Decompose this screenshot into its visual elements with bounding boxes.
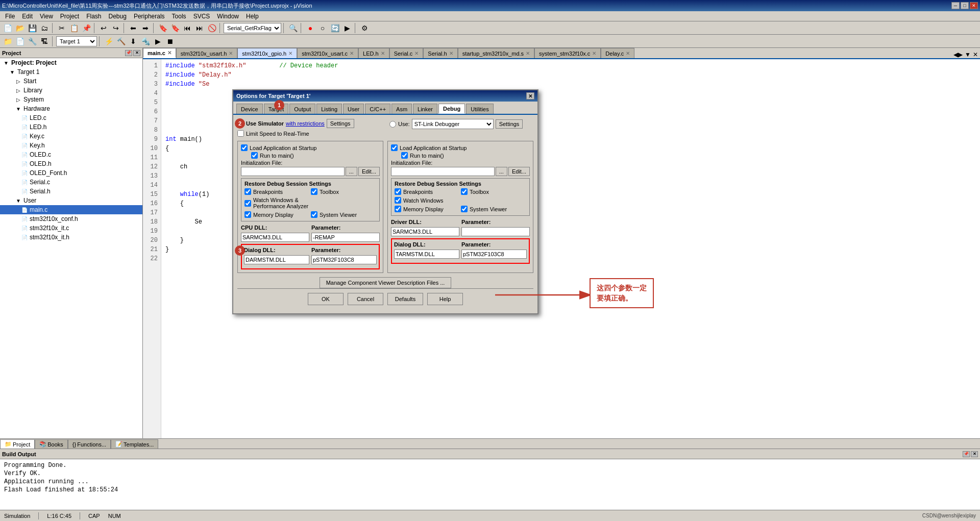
right-browse-button[interactable]: ... [496,167,507,176]
debugger-settings-button[interactable]: Settings [496,119,523,129]
tab-usart-c[interactable]: stm32f10x_usart.c ✕ [297,48,358,58]
bottom-tab-templates[interactable]: 📝 Templates... [111,439,158,449]
tb2-stop-btn[interactable]: ⏹ [164,36,176,47]
tab-list-btn[interactable]: ▼ [965,51,971,58]
dialog-tab-output[interactable]: Output [289,104,315,114]
tree-serial-h[interactable]: 📄 Serial.h [0,187,142,196]
right-memory-checkbox[interactable] [395,206,401,212]
project-close-btn[interactable]: ✕ [133,50,140,56]
bookmark-btn[interactable]: 🔖 [157,22,168,34]
right-breakpoints-checkbox[interactable] [395,188,401,195]
right-init-file-input[interactable] [391,167,495,176]
settings-icon-btn[interactable]: ⚙ [359,22,370,34]
tree-oledfont-h[interactable]: 📄 OLED_Font.h [0,168,142,178]
right-watch-checkbox[interactable] [395,197,401,204]
project-pin-btn[interactable]: 📌 [125,50,132,56]
debug-run-btn[interactable]: ▶ [341,22,353,34]
tree-project-root[interactable]: ▼ Project: Project [0,58,142,67]
dialog-defaults-button[interactable]: Defaults [387,293,423,305]
left-memory-checkbox[interactable] [244,211,251,218]
debugger-select[interactable]: ST-Link Debugger [412,119,494,129]
tab-system-c[interactable]: system_stm32f10x.c ✕ [534,48,601,58]
menu-svcs[interactable]: SVCS [190,12,213,21]
build-btn[interactable]: ⚡ [103,36,114,47]
tree-start[interactable]: ▷ Start [0,77,142,86]
left-toolbox-checkbox[interactable] [311,188,317,195]
menu-window[interactable]: Window [214,12,242,21]
left-cpu-dll-input[interactable] [241,233,309,242]
right-driver-param-input[interactable] [461,227,530,236]
dialog-ok-button[interactable]: OK [308,293,344,305]
tree-conf-h[interactable]: 📄 stm32f10x_conf.h [0,214,142,224]
tab-serial-c-close[interactable]: ✕ [414,51,419,56]
scroll-tabs-left[interactable]: ◀ [953,51,958,58]
redo-btn[interactable]: ↪ [110,22,121,34]
bottom-tab-functions[interactable]: {} Functions... [68,439,111,449]
save-all-btn[interactable]: 🗂 [39,22,50,34]
dialog-tab-device[interactable]: Device [236,104,263,114]
left-edit-button[interactable]: Edit... [358,167,380,176]
tree-target1[interactable]: ▼ Target 1 [0,67,142,77]
tab-usart-c-close[interactable]: ✕ [350,51,354,56]
tree-system[interactable]: ▷ System [0,95,142,104]
menu-peripherals[interactable]: Peripherals [131,12,168,21]
tree-led-h[interactable]: 📄 LED.h [0,122,142,132]
target-combo[interactable]: Target 1 [56,36,97,46]
dialog-help-button[interactable]: Help [427,293,463,305]
proj-btn[interactable]: 📁 [2,36,13,47]
rebuild-btn[interactable]: 🔨 [115,36,127,47]
new2-btn[interactable]: 📄 [14,36,26,47]
tab-delay-c-close[interactable]: ✕ [626,51,630,56]
flash-btn[interactable]: ⬇ [128,36,139,47]
menu-project[interactable]: Project [57,12,82,21]
search-btn[interactable]: 🔍 [287,22,299,34]
prevbm-btn[interactable]: ⏮ [182,22,193,34]
use-debugger-radio[interactable] [389,121,396,128]
tree-serial-c[interactable]: 📄 Serial.c [0,178,142,187]
tab-startup[interactable]: startup_stm32f10x_md.s ✕ [458,48,534,58]
dialog-tab-linker[interactable]: Linker [413,104,437,114]
left-init-file-input[interactable] [241,167,345,176]
bottom-tab-books[interactable]: 📚 Books [35,439,68,449]
tree-led-c[interactable]: 📄 LED.c [0,113,142,122]
right-edit-button[interactable]: Edit... [508,167,530,176]
dialog-tab-listing[interactable]: Listing [316,104,342,114]
menu-flash[interactable]: Flash [83,12,104,21]
tree-key-c[interactable]: 📄 Key.c [0,132,142,141]
dialog-tab-user[interactable]: User [343,104,364,114]
right-toolbox-checkbox[interactable] [461,188,468,195]
clrbm-btn[interactable]: 🚫 [206,22,217,34]
nextbm-btn[interactable]: ⏭ [194,22,205,34]
right-driver-dll-input[interactable] [391,227,459,236]
left-browse-button[interactable]: ... [346,167,357,176]
left-cpu-param-input[interactable] [311,233,380,242]
dialog-tab-cpp[interactable]: C/C++ [365,104,390,114]
left-run-main-checkbox[interactable] [251,152,258,159]
undo-btn[interactable]: ↩ [98,22,109,34]
minimize-button[interactable]: ─ [951,2,960,9]
menu-help[interactable]: Help [243,12,262,21]
nav-back-btn[interactable]: ⬅ [128,22,139,34]
reset-btn[interactable]: 🔄 [329,22,340,34]
right-dialog-param-input[interactable] [461,250,527,259]
menu-debug[interactable]: Debug [106,12,130,21]
tree-user[interactable]: ▼ User [0,196,142,205]
bottom-tab-project[interactable]: 📁 Project [0,439,35,449]
tab-usart-h[interactable]: stm32f10x_usart.h ✕ [176,48,238,58]
tab-delay-c[interactable]: Delay.c ✕ [601,48,634,58]
close-button[interactable]: ✕ [970,2,978,9]
tree-it-c[interactable]: 📄 stm32f10x_it.c [0,224,142,233]
tab-gpio-h-close[interactable]: ✕ [288,51,292,56]
dialog-tab-debug[interactable]: Debug [438,104,465,114]
dialog-cancel-button[interactable]: Cancel [348,293,383,305]
tb2-3[interactable]: 🔧 [27,36,38,47]
tree-key-h[interactable]: 📄 Key.h [0,141,142,150]
tree-main-c[interactable]: 📄 main.c [0,205,142,214]
manage-component-button[interactable]: Manage Component Viewer Description File… [320,277,452,288]
stop-btn[interactable]: ○ [317,22,328,34]
dialog-tab-target[interactable]: Target [264,104,289,114]
tree-it-h[interactable]: 📄 stm32f10x_it.h [0,233,142,242]
tab-led-h-close[interactable]: ✕ [381,51,385,56]
right-load-app-checkbox[interactable] [391,144,398,151]
run-btn[interactable]: ● [305,22,316,34]
